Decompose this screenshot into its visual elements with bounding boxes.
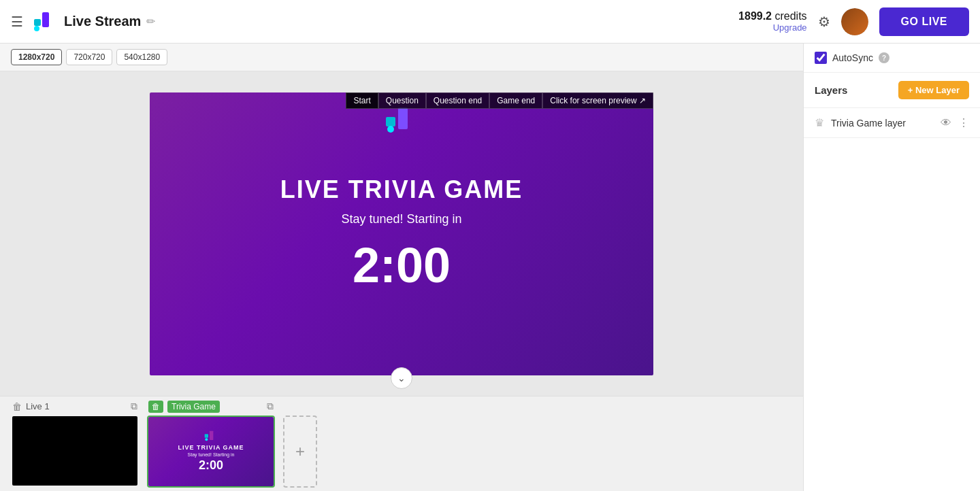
scene-thumb-trivia[interactable]: LIVE TRIVIA GAME Stay tuned! Starting in… bbox=[147, 416, 275, 488]
scene-thumb-live1[interactable] bbox=[11, 415, 139, 487]
preview-wrapper: Start Question Question end Game end Cli… bbox=[150, 92, 653, 375]
thumb-sub: Stay tuned! Starting in bbox=[188, 452, 235, 457]
tab-question-end[interactable]: Question end bbox=[426, 92, 489, 109]
thumb-title: LIVE TRIVIA GAME bbox=[178, 444, 244, 451]
expand-button[interactable]: ⌄ bbox=[391, 367, 412, 389]
page-title: Live Stream bbox=[64, 14, 141, 29]
res-btn-540[interactable]: 540x1280 bbox=[116, 49, 167, 65]
eye-icon[interactable]: 👁 bbox=[941, 117, 951, 129]
svg-point-5 bbox=[387, 126, 394, 133]
tab-question[interactable]: Question bbox=[378, 92, 426, 109]
scene-thumb-trivia-content: LIVE TRIVIA GAME Stay tuned! Starting in… bbox=[148, 417, 274, 486]
screen-preview-link[interactable]: Click for screen preview ↗ bbox=[542, 92, 653, 109]
layer-name: Trivia Game layer bbox=[831, 118, 934, 129]
add-scene-icon: + bbox=[295, 442, 305, 461]
new-layer-button[interactable]: + New Layer bbox=[898, 81, 969, 99]
crown-icon: ♛ bbox=[815, 116, 824, 129]
credits-amount: 1899.2 bbox=[738, 10, 772, 22]
scene-name-trivia: Trivia Game bbox=[167, 401, 220, 413]
main-layout: 1280x720 720x720 540x1280 Start Question… bbox=[0, 44, 980, 491]
svg-point-2 bbox=[34, 26, 39, 31]
autosync-checkbox[interactable] bbox=[815, 52, 827, 64]
autosync-help-icon[interactable]: ? bbox=[879, 52, 889, 63]
scene-header-live1: 🗑 Live 1 ⧉ bbox=[11, 401, 139, 412]
autosync-label: AutoSync bbox=[832, 52, 873, 63]
preview-content: LIVE TRIVIA GAME Stay tuned! Starting in… bbox=[150, 175, 653, 292]
scene-title-row-trivia: 🗑 Trivia Game bbox=[148, 401, 220, 413]
add-scene-button[interactable]: + bbox=[283, 416, 317, 488]
scene-name-live1: Live 1 bbox=[26, 401, 50, 411]
autosync-row: AutoSync ? bbox=[804, 44, 980, 73]
app-logo bbox=[31, 10, 56, 34]
scene-title-row-live1: 🗑 Live 1 bbox=[12, 401, 50, 412]
trash-icon-live1[interactable]: 🗑 bbox=[12, 401, 22, 412]
scene-item-trivia: 🗑 Trivia Game ⧉ LIVE TRIVIA GAME Stay tu… bbox=[147, 401, 275, 488]
scene-item-live1: 🗑 Live 1 ⧉ bbox=[11, 401, 139, 487]
preview-title: LIVE TRIVIA GAME bbox=[150, 175, 653, 203]
right-panel: AutoSync ? Layers + New Layer ♛ Trivia G… bbox=[803, 44, 980, 491]
thumb-timer: 2:00 bbox=[199, 458, 223, 473]
scene-thumb-black bbox=[12, 416, 137, 486]
avatar[interactable] bbox=[841, 8, 868, 35]
preview-canvas: LIVE TRIVIA GAME Stay tuned! Starting in… bbox=[150, 92, 653, 375]
trash-icon-trivia[interactable]: 🗑 bbox=[148, 401, 163, 413]
scenes-bar: 🗑 Live 1 ⧉ 🗑 Trivia Game ⧉ bbox=[0, 396, 803, 491]
layer-item-trivia[interactable]: ♛ Trivia Game layer 👁 ⋮ bbox=[804, 108, 980, 138]
layers-header: Layers + New Layer bbox=[804, 73, 980, 108]
settings-icon[interactable]: ⚙ bbox=[818, 14, 830, 30]
svg-rect-3 bbox=[386, 117, 395, 126]
preview-container: Start Question Question end Game end Cli… bbox=[0, 71, 803, 396]
svg-point-8 bbox=[205, 438, 208, 441]
header: ☰ Live Stream ✏ 1899.2 credits Upgrade ⚙… bbox=[0, 0, 980, 44]
go-live-button[interactable]: GO LIVE bbox=[879, 7, 969, 36]
credits-label: credits bbox=[774, 10, 806, 22]
credits-display: 1899.2 credits Upgrade bbox=[738, 10, 807, 33]
svg-rect-6 bbox=[205, 434, 208, 437]
more-options-icon[interactable]: ⋮ bbox=[958, 116, 969, 129]
preview-timer: 2:00 bbox=[150, 237, 653, 292]
menu-icon[interactable]: ☰ bbox=[11, 14, 23, 30]
res-btn-1280[interactable]: 1280x720 bbox=[11, 49, 62, 65]
upgrade-link[interactable]: Upgrade bbox=[738, 22, 807, 33]
resolution-bar: 1280x720 720x720 540x1280 bbox=[0, 44, 803, 71]
svg-rect-4 bbox=[398, 107, 408, 129]
screen-preview-text: Click for screen preview ↗ bbox=[550, 96, 646, 105]
edit-icon[interactable]: ✏ bbox=[146, 15, 155, 28]
layers-title: Layers bbox=[815, 84, 847, 96]
copy-icon-trivia[interactable]: ⧉ bbox=[267, 401, 274, 412]
res-btn-720[interactable]: 720x720 bbox=[66, 49, 112, 65]
preview-tabs: Start Question Question end Game end Cli… bbox=[346, 92, 653, 109]
tab-start[interactable]: Start bbox=[346, 92, 378, 109]
preview-subtitle: Stay tuned! Starting in bbox=[150, 211, 653, 226]
scene-header-trivia: 🗑 Trivia Game ⧉ bbox=[147, 401, 275, 413]
tab-game-end[interactable]: Game end bbox=[489, 92, 542, 109]
copy-icon-live1[interactable]: ⧉ bbox=[131, 401, 137, 412]
svg-rect-7 bbox=[210, 430, 213, 439]
canvas-area: 1280x720 720x720 540x1280 Start Question… bbox=[0, 44, 803, 491]
svg-rect-1 bbox=[42, 12, 49, 27]
preview-logo bbox=[385, 106, 419, 136]
svg-rect-0 bbox=[34, 19, 41, 26]
